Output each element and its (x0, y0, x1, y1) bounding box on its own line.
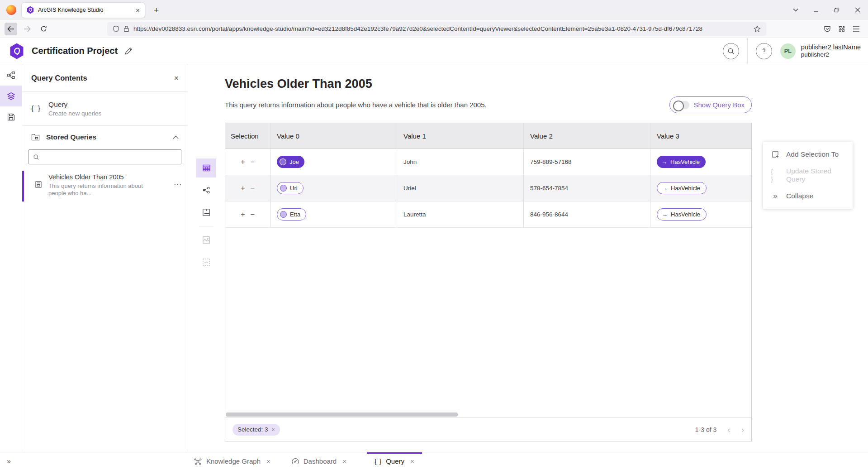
lock-icon[interactable] (123, 25, 129, 32)
tab-close-icon[interactable]: × (133, 7, 142, 14)
add-selection-icon (771, 150, 779, 158)
stored-queries-search[interactable] (28, 149, 181, 164)
arrow-right-icon: → (662, 211, 668, 217)
contents-layers-icon[interactable] (0, 86, 22, 106)
cell-value2: 578-654-7854 (530, 185, 568, 192)
bottom-tab-bar: » Knowledge Graph × Dashboard × { } Quer… (0, 452, 868, 470)
arrow-right-icon: → (661, 159, 667, 165)
scrollbar-thumb[interactable] (226, 412, 458, 417)
knowledge-graph-icon (194, 457, 202, 465)
help-button[interactable] (756, 43, 772, 59)
selected-count-badge[interactable]: Selected: 3 × (232, 424, 280, 436)
firefox-icon[interactable] (6, 5, 16, 15)
url-text[interactable]: https://dev0028833.esri.com/portal/apps/… (133, 25, 749, 32)
tab-close-icon[interactable]: × (266, 457, 270, 465)
bookmark-star-icon[interactable] (754, 25, 761, 33)
tab-knowledge-graph[interactable]: Knowledge Graph × (186, 452, 278, 470)
header-divider (747, 38, 748, 64)
user-avatar[interactable]: PL (780, 43, 796, 59)
next-page-icon[interactable]: › (741, 425, 744, 434)
list-tabs-chevron-icon[interactable] (786, 8, 806, 12)
stored-queries-header[interactable]: Stored Queries (22, 126, 188, 148)
data-model-tree-icon[interactable] (0, 65, 22, 86)
table-row: + − Etta Lauretta 846-956-8644 →HasVehic… (225, 201, 751, 228)
stored-query-item[interactable]: Vehicles Older Than 2005 This query retu… (22, 172, 188, 201)
window-close-button[interactable] (847, 0, 868, 20)
header-search-button[interactable] (723, 43, 739, 59)
entity-label: Uri (290, 185, 298, 192)
previous-page-icon[interactable]: ‹ (727, 425, 730, 434)
stored-query-options-icon[interactable]: ⋯ (174, 180, 181, 189)
row-range-label: 1-3 of 3 (695, 426, 716, 433)
window-restore-button[interactable] (826, 0, 847, 20)
menu-item-collapse[interactable]: » Collapse (763, 186, 853, 206)
tab-close-icon[interactable]: × (342, 457, 346, 465)
relationship-chip[interactable]: →HasVehicle (657, 156, 706, 168)
tab-title: ArcGIS Knowledge Studio (38, 7, 130, 13)
show-query-box-toggle[interactable]: Show Query Box (669, 96, 752, 113)
column-header-selection[interactable]: Selection (225, 123, 270, 149)
column-header-value0[interactable]: Value 0 (270, 123, 397, 149)
arcgis-favicon-icon (26, 6, 34, 14)
menu-item-update-stored-query[interactable]: { } Update Stored Query (763, 165, 853, 186)
clear-selection-icon[interactable]: × (272, 427, 275, 433)
pocket-icon[interactable] (824, 25, 831, 33)
window-minimize-button[interactable] (806, 0, 826, 20)
query-item[interactable]: { } Query Create new queries (22, 92, 188, 126)
add-to-selection-icon[interactable]: + (241, 185, 245, 192)
reload-button[interactable] (37, 23, 50, 35)
add-to-selection-icon[interactable]: + (241, 211, 245, 218)
context-menu: Add Selection To { } Update Stored Query… (763, 142, 853, 209)
link-chart-view-icon[interactable] (196, 181, 216, 200)
entity-circle-icon (280, 211, 287, 218)
browser-navbar: https://dev0028833.esri.com/portal/apps/… (0, 20, 868, 38)
save-icon[interactable] (0, 106, 22, 127)
menu-hamburger-icon[interactable] (853, 26, 860, 32)
select-region-icon[interactable] (196, 253, 216, 272)
tracking-shield-icon[interactable] (113, 25, 119, 33)
add-to-selection-icon[interactable]: + (241, 158, 245, 166)
knowledge-studio-logo (9, 43, 24, 59)
menu-item-add-selection-to[interactable]: Add Selection To (763, 144, 853, 165)
tab-close-icon[interactable]: × (410, 457, 414, 465)
horizontal-scrollbar[interactable] (226, 412, 751, 417)
edit-title-pencil-icon[interactable] (125, 47, 133, 55)
entity-chip[interactable]: Joe (277, 156, 304, 168)
table-view-icon[interactable] (196, 158, 216, 177)
entity-chip[interactable]: Uri (277, 182, 304, 194)
entity-chip[interactable]: Etta (277, 208, 306, 221)
chevron-up-icon[interactable] (173, 135, 179, 139)
forward-button[interactable] (21, 23, 33, 35)
remove-from-selection-icon[interactable]: − (251, 185, 255, 192)
cell-value1: Lauretta (403, 211, 426, 218)
stored-queries-label: Stored Queries (46, 133, 166, 141)
tab-query[interactable]: { } Query × (367, 452, 422, 470)
query-contents-panel: Query Contents × { } Query Create new qu… (22, 64, 188, 452)
search-input[interactable] (43, 153, 177, 161)
column-header-value2[interactable]: Value 2 (524, 123, 650, 149)
tab-dashboard[interactable]: Dashboard × (284, 452, 354, 470)
column-header-value1[interactable]: Value 1 (397, 123, 524, 149)
expand-panel-icon[interactable]: » (0, 452, 18, 470)
remove-from-selection-icon[interactable]: − (251, 211, 255, 218)
url-bar[interactable]: https://dev0028833.esri.com/portal/apps/… (107, 22, 766, 36)
entity-label: Etta (290, 211, 300, 218)
relationship-chip[interactable]: →HasVehicle (657, 182, 707, 194)
extensions-puzzle-icon[interactable] (838, 25, 845, 33)
user-name: publisher2 lastName (801, 43, 861, 51)
user-info[interactable]: publisher2 lastName publisher2 (801, 43, 868, 59)
remove-from-selection-icon[interactable]: − (251, 158, 255, 166)
stored-query-description: This query returns information about peo… (48, 182, 152, 197)
map-view-icon[interactable] (196, 203, 216, 222)
relationship-label: HasVehicle (671, 211, 700, 218)
panel-close-icon[interactable]: × (174, 74, 179, 82)
back-button[interactable] (5, 23, 17, 35)
new-tab-button[interactable]: + (150, 5, 162, 15)
relationship-chip[interactable]: →HasVehicle (657, 208, 707, 221)
entity-circle-icon (280, 185, 287, 192)
query-title: Vehicles Older Than 2005 (225, 77, 752, 91)
new-map-view-icon[interactable] (196, 230, 216, 249)
browser-tab[interactable]: ArcGIS Knowledge Studio × (22, 3, 145, 18)
column-header-value3[interactable]: Value 3 (650, 123, 751, 149)
panel-title: Query Contents (31, 74, 174, 82)
